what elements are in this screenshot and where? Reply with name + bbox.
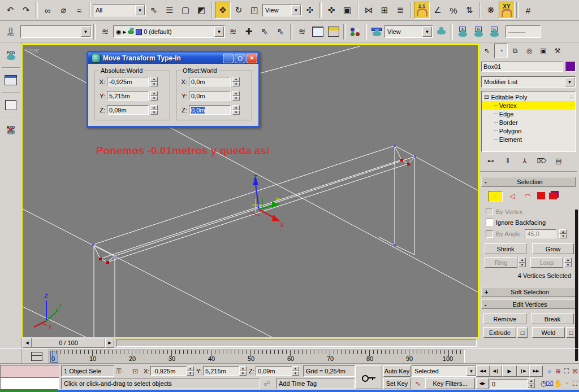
spinner-snap-icon[interactable]: ⇅ — [461, 2, 477, 19]
create-layer-icon[interactable]: ≋ — [225, 23, 241, 40]
x-spinner[interactable]: ▲▼ — [187, 366, 194, 376]
abs-y-field[interactable]: 5,215m — [107, 91, 149, 101]
abs-x-field[interactable]: -0,925m — [107, 77, 149, 86]
render-preset-a-icon[interactable]: A — [455, 23, 470, 40]
ring-spinner[interactable]: ▲▼ — [518, 258, 526, 267]
play-button[interactable]: ▶ — [502, 365, 517, 377]
configure-modifier-sets-icon[interactable]: ▤ — [552, 155, 565, 167]
select-and-rotate-icon[interactable]: ↻ — [231, 2, 247, 19]
stack-item-editable-poly[interactable]: ⊟ Editable Poly ∴ — [482, 93, 575, 101]
edit-vertices-rollout-header[interactable]: - Edit Vertices — [481, 299, 576, 309]
y-coordinate-field[interactable]: 5,215m — [203, 366, 241, 376]
x-coordinate-field[interactable]: -0,925m — [150, 366, 189, 376]
viewport-label[interactable]: User — [26, 47, 39, 54]
render-preset-dropdown[interactable]: ----------- — [505, 25, 541, 38]
off-x-spinner[interactable]: ▲▼ — [232, 77, 240, 86]
ring-button[interactable]: Ring — [485, 257, 517, 268]
region-zoom-icon[interactable]: ⌧ — [545, 378, 554, 389]
time-back-button[interactable]: ◂ — [23, 338, 32, 348]
layer-list-icon[interactable]: ≋ — [294, 23, 310, 40]
tab-motion[interactable]: ◎ — [522, 43, 536, 58]
ignore-backfacing-row[interactable]: Ignore Backfacing — [478, 215, 579, 226]
key-filter-dropdown[interactable]: Selected ▼ — [412, 365, 477, 377]
show-end-result-icon[interactable]: ‖ — [502, 155, 514, 167]
grid-snap-icon[interactable]: # — [520, 2, 536, 19]
loop-spinner[interactable]: ▲▼ — [564, 258, 572, 267]
stack-item-vertex[interactable]: ┈Vertex ∴ — [482, 101, 575, 110]
angle-spinner[interactable]: ▲▼ — [559, 229, 567, 238]
chevron-down-icon[interactable]: ▼ — [135, 5, 145, 15]
key-filters-button[interactable]: Key Filters... — [425, 378, 475, 389]
make-unique-icon[interactable]: ⅄ — [518, 155, 531, 167]
quick-render-icon[interactable] — [433, 23, 449, 40]
select-and-scale-icon[interactable]: ◰ — [247, 2, 262, 19]
edge-mode-icon[interactable]: ◁ — [507, 191, 518, 201]
chevron-down-icon[interactable]: ▼ — [565, 77, 574, 86]
loop-button[interactable]: Loop — [530, 257, 563, 268]
chevron-down-icon[interactable]: ▼ — [466, 367, 476, 376]
frame-spinner[interactable]: ▲▼ — [528, 378, 535, 388]
chevron-down-icon[interactable]: ▼ — [214, 27, 224, 37]
snap-freeze-icon[interactable]: ❋ — [483, 2, 499, 19]
selection-rollout-header[interactable]: - Selection — [481, 177, 576, 187]
object-color-swatch[interactable] — [565, 62, 576, 72]
render-type-dropdown[interactable]: View ▼ — [384, 25, 433, 38]
select-link-icon[interactable]: ∞ — [40, 2, 55, 19]
percent-snap-icon[interactable]: % — [446, 2, 461, 19]
time-slider-thumb[interactable]: 0 / 100 — [32, 338, 105, 348]
remove-modifier-icon[interactable]: ⌦ — [535, 155, 548, 167]
chevron-down-icon[interactable]: ▼ — [81, 27, 90, 37]
ignore-backfacing-checkbox[interactable] — [486, 219, 493, 226]
off-x-field[interactable]: 0,0m — [189, 77, 231, 86]
schematic-view-icon[interactable] — [326, 23, 342, 40]
remove-button[interactable]: Remove — [483, 313, 526, 324]
use-pivot-center-icon[interactable]: ✣ — [302, 2, 318, 19]
axis-constraint-xy-icon[interactable]: XY — [499, 2, 515, 19]
collapse-icon[interactable]: ⊟ — [484, 94, 489, 100]
z-spinner[interactable]: ▲▼ — [292, 366, 299, 376]
auto-key-button[interactable]: Auto Key — [383, 365, 411, 377]
mini-curve-editor-icon[interactable] — [29, 350, 44, 363]
off-y-field[interactable]: 0,0m — [189, 91, 231, 101]
stack-item-border[interactable]: ┈Border — [482, 118, 575, 127]
y-spinner[interactable]: ▲▼ — [239, 366, 247, 376]
spreadsheet-icon[interactable] — [3, 97, 19, 114]
chevron-down-icon[interactable]: ▼ — [422, 27, 432, 37]
tab-display[interactable]: ▣ — [537, 43, 550, 58]
z-coordinate-field[interactable]: 0,09m — [256, 366, 294, 376]
vertex-mode-icon[interactable]: ∴ — [488, 191, 503, 202]
absolute-mode-icon[interactable]: ⊡ — [129, 365, 141, 377]
track-ruler[interactable]: 0 10 20 30 40 50 60 70 80 90 100 — [49, 350, 465, 364]
communicator-icon[interactable]: ☍ — [260, 378, 274, 389]
pin-stack-icon[interactable]: ⊷ — [485, 155, 497, 167]
window-crossing-icon[interactable]: ◩ — [193, 2, 209, 19]
set-key-button[interactable]: Set Key — [383, 378, 411, 389]
maximize-viewport-icon[interactable]: ⛶ — [571, 378, 579, 389]
select-layer-icon[interactable]: ⇖ — [257, 23, 273, 40]
dialog-titlebar[interactable]: Move Transform Type-In _ ▢ ✕ — [88, 53, 258, 64]
scene-preview-icon[interactable] — [3, 72, 19, 89]
panel-scrollbar[interactable] — [575, 210, 578, 361]
soft-selection-rollout-header[interactable]: + Soft Selection — [481, 287, 576, 297]
element-mode-icon[interactable] — [549, 193, 557, 199]
undo-icon[interactable]: ↶ — [2, 2, 18, 19]
go-to-start-button[interactable]: ◀◀ — [476, 365, 490, 377]
layer-manager-icon[interactable]: ≣ — [392, 2, 408, 19]
abs-y-spinner[interactable]: ▲▼ — [150, 91, 158, 101]
close-button[interactable]: ✕ — [247, 54, 257, 63]
extrude-settings-button[interactable]: □ — [517, 327, 528, 338]
material-editor-icon[interactable] — [347, 23, 363, 40]
by-angle-checkbox[interactable] — [486, 230, 493, 238]
off-y-spinner[interactable]: ▲▼ — [232, 91, 240, 101]
select-by-name-icon[interactable]: ☰ — [162, 2, 178, 19]
abs-z-field[interactable]: 0,09m — [107, 105, 149, 115]
mirror-icon[interactable]: ⋈ — [361, 2, 377, 19]
maximize-button[interactable]: ▢ — [235, 54, 245, 63]
move-transform-dialog[interactable]: Move Transform Type-In _ ▢ ✕ Absolute:Wo… — [87, 51, 260, 128]
tab-create[interactable]: ⇖ — [480, 43, 494, 58]
modifier-list-dropdown[interactable]: Modifier List ▼ — [481, 76, 576, 88]
zoom-all-icon[interactable]: ⊕ — [554, 365, 563, 377]
by-angle-row[interactable]: By Angle: 45,0 ▲▼ — [478, 226, 579, 238]
curve-editor-icon[interactable] — [310, 23, 326, 40]
selection-lock-icon[interactable]: ⚿ — [113, 365, 124, 377]
